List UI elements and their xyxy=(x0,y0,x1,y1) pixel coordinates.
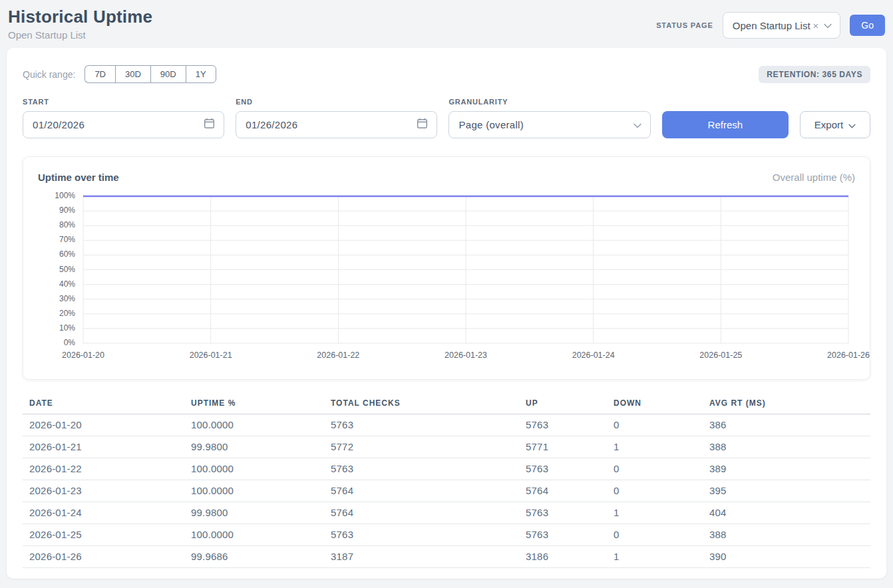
y-axis-tick: 90% xyxy=(38,206,75,215)
chart-header: Uptime over time Overall uptime (%) xyxy=(38,172,855,183)
quick-range-90d-button[interactable]: 90D xyxy=(150,65,186,83)
table-cell: 5763 xyxy=(526,502,614,524)
granularity-select[interactable]: Page (overall) xyxy=(448,111,650,138)
uptime-table-head: DATEUPTIME %TOTAL CHECKSUPDOWNAVG RT (MS… xyxy=(23,394,870,414)
chart-title: Uptime over time xyxy=(38,172,119,183)
table-cell: 100.0000 xyxy=(191,524,331,546)
uptime-chart-svg xyxy=(83,196,848,343)
x-axis-tick: 2026-01-23 xyxy=(445,351,487,360)
page-subtitle: Open Startup List xyxy=(8,29,152,41)
quick-range-30d-button[interactable]: 30D xyxy=(115,65,150,83)
chart-body: 100%90%80%70%60%50%40%30%20%10%0% 2026-0… xyxy=(38,192,855,365)
table-cell: 99.9686 xyxy=(191,546,331,568)
quick-range-7d-button[interactable]: 7D xyxy=(85,65,115,83)
table-header-cell: DOWN xyxy=(614,394,709,414)
uptime-chart-card: Uptime over time Overall uptime (%) 100%… xyxy=(23,156,870,380)
table-cell: 2026-01-26 xyxy=(23,546,191,568)
x-axis-tick: 2026-01-26 xyxy=(827,351,870,360)
title-block: Historical Uptime Open Startup List xyxy=(8,7,152,41)
main-card: Quick range: 7D 30D 90D 1Y RETENTION: 36… xyxy=(7,48,886,579)
table-cell: 100.0000 xyxy=(191,458,331,480)
chevron-down-icon xyxy=(848,119,856,130)
chevron-down-icon xyxy=(633,119,641,131)
header-controls: STATUS PAGE Open Startup List × Go xyxy=(656,12,885,39)
table-cell: 5764 xyxy=(331,480,526,502)
quick-range-group: 7D 30D 90D 1Y xyxy=(85,65,216,83)
status-page-select[interactable]: Open Startup List × xyxy=(723,12,841,39)
table-row: 2026-01-2199.9800577257711388 xyxy=(23,436,870,458)
page-title: Historical Uptime xyxy=(8,7,152,27)
quick-range-label: Quick range: xyxy=(23,69,75,80)
calendar-icon[interactable] xyxy=(204,118,215,132)
table-cell: 404 xyxy=(709,502,870,524)
page-header: Historical Uptime Open Startup List STAT… xyxy=(0,0,893,48)
table-cell: 390 xyxy=(709,546,870,568)
table-cell: 5764 xyxy=(526,480,614,502)
table-cell: 5764 xyxy=(331,502,526,524)
table-cell: 99.9800 xyxy=(191,502,331,524)
y-axis-tick: 20% xyxy=(38,309,75,318)
table-cell: 386 xyxy=(709,414,870,436)
clear-selection-icon[interactable]: × xyxy=(813,20,819,31)
table-cell: 99.9800 xyxy=(191,436,331,458)
table-cell: 2026-01-22 xyxy=(23,458,191,480)
granularity-group: GRANULARITY Page (overall) xyxy=(448,98,650,138)
refresh-button[interactable]: Refresh xyxy=(662,111,789,138)
end-date-input[interactable]: 01/26/2026 xyxy=(236,111,437,138)
table-cell: 0 xyxy=(614,480,709,502)
table-cell: 0 xyxy=(614,414,709,436)
table-row: 2026-01-20100.0000576357630386 xyxy=(23,414,870,436)
table-header-cell: DATE xyxy=(23,394,191,414)
table-cell: 1 xyxy=(614,546,709,568)
granularity-selected-value: Page (overall) xyxy=(458,119,524,130)
table-cell: 100.0000 xyxy=(191,414,331,436)
table-cell: 100.0000 xyxy=(191,480,331,502)
calendar-icon[interactable] xyxy=(417,118,428,132)
table-cell: 5763 xyxy=(331,524,526,546)
filter-fields-row: START 01/20/2026 END 01/26/2026 GRANULAR… xyxy=(23,98,870,138)
x-axis-tick: 2026-01-21 xyxy=(190,351,232,360)
table-row: 2026-01-23100.0000576457640395 xyxy=(23,480,870,502)
table-cell: 0 xyxy=(614,458,709,480)
start-date-input[interactable]: 01/20/2026 xyxy=(23,111,224,138)
table-cell: 2026-01-21 xyxy=(23,436,191,458)
table-cell: 5771 xyxy=(526,436,614,458)
y-axis-tick: 40% xyxy=(38,279,75,289)
table-cell: 388 xyxy=(709,436,870,458)
table-cell: 3187 xyxy=(331,546,526,568)
quick-range-row: Quick range: 7D 30D 90D 1Y RETENTION: 36… xyxy=(23,65,870,83)
table-cell: 1 xyxy=(614,436,709,458)
table-header-cell: TOTAL CHECKS xyxy=(331,394,526,414)
table-row: 2026-01-25100.0000576357630388 xyxy=(23,524,870,546)
table-cell: 5763 xyxy=(526,524,614,546)
start-date-value: 01/20/2026 xyxy=(33,119,85,130)
retention-badge: RETENTION: 365 DAYS xyxy=(759,66,870,83)
go-button[interactable]: Go xyxy=(850,15,885,36)
table-cell: 3186 xyxy=(526,546,614,568)
table-cell: 5763 xyxy=(526,458,614,480)
x-axis-tick: 2026-01-24 xyxy=(572,351,615,360)
x-axis-tick: 2026-01-25 xyxy=(699,351,742,360)
table-cell: 1 xyxy=(614,502,709,524)
uptime-table-body: 2026-01-20100.00005763576303862026-01-21… xyxy=(23,414,870,568)
table-header-cell: UP xyxy=(526,394,614,414)
uptime-table: DATEUPTIME %TOTAL CHECKSUPDOWNAVG RT (MS… xyxy=(23,394,870,568)
end-date-value: 01/26/2026 xyxy=(246,119,297,130)
y-axis-tick: 60% xyxy=(38,249,75,259)
table-cell: 5763 xyxy=(331,458,526,480)
table-header-cell: UPTIME % xyxy=(191,394,331,414)
status-page-selected-value: Open Startup List xyxy=(733,20,810,31)
export-button[interactable]: Export xyxy=(800,111,870,138)
granularity-label: GRANULARITY xyxy=(448,98,650,106)
table-row: 2026-01-2499.9800576457631404 xyxy=(23,502,870,524)
chart-legend: Overall uptime (%) xyxy=(773,172,855,183)
y-axis-tick: 80% xyxy=(38,220,75,229)
y-axis-tick: 100% xyxy=(38,191,75,200)
table-cell: 389 xyxy=(709,458,870,480)
quick-range-1y-button[interactable]: 1Y xyxy=(186,65,216,83)
table-cell: 5763 xyxy=(331,414,526,436)
table-row: 2026-01-2699.9686318731861390 xyxy=(23,546,870,568)
start-date-group: START 01/20/2026 xyxy=(23,98,224,138)
status-page-label: STATUS PAGE xyxy=(656,21,713,29)
table-cell: 5772 xyxy=(331,436,526,458)
